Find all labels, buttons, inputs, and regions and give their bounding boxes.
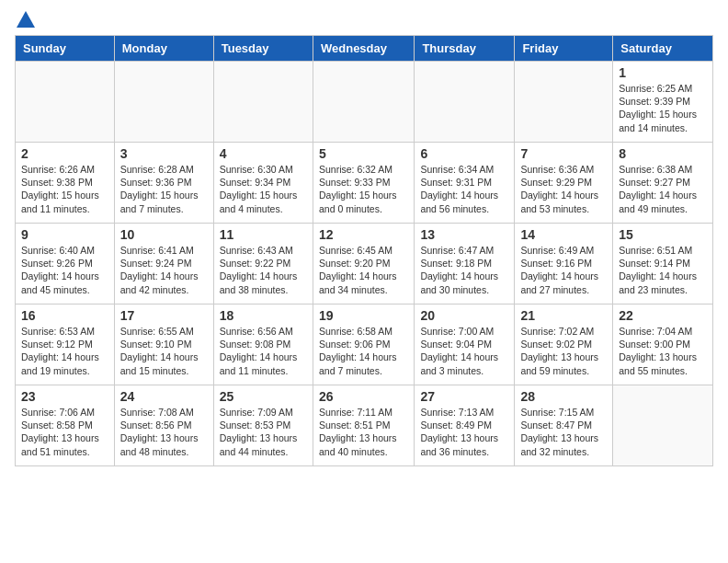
calendar-cell: 20Sunrise: 7:00 AM Sunset: 9:04 PM Dayli… [415,304,515,385]
calendar-cell: 2Sunrise: 6:26 AM Sunset: 9:38 PM Daylig… [16,143,115,224]
logo [15,15,35,28]
day-number: 23 [21,389,108,404]
day-info: Sunrise: 6:36 AM Sunset: 9:29 PM Dayligh… [520,163,607,215]
day-info: Sunrise: 6:58 AM Sunset: 9:06 PM Dayligh… [319,325,408,377]
day-info: Sunrise: 6:25 AM Sunset: 9:39 PM Dayligh… [619,82,707,134]
day-number: 11 [220,227,307,242]
day-info: Sunrise: 7:11 AM Sunset: 8:51 PM Dayligh… [319,406,408,458]
calendar-cell: 10Sunrise: 6:41 AM Sunset: 9:24 PM Dayli… [114,224,213,304]
calendar-cell: 9Sunrise: 6:40 AM Sunset: 9:26 PM Daylig… [16,224,115,304]
weekday-header-saturday: Saturday [613,36,713,62]
day-info: Sunrise: 6:32 AM Sunset: 9:33 PM Dayligh… [319,163,408,215]
day-number: 18 [220,308,307,323]
calendar-cell: 12Sunrise: 6:45 AM Sunset: 9:20 PM Dayli… [313,224,414,304]
day-number: 27 [420,389,508,404]
calendar-cell: 6Sunrise: 6:34 AM Sunset: 9:31 PM Daylig… [415,143,515,224]
calendar-cell: 23Sunrise: 7:06 AM Sunset: 8:58 PM Dayli… [16,385,115,466]
calendar-cell: 28Sunrise: 7:15 AM Sunset: 8:47 PM Dayli… [515,385,613,466]
calendar-cell: 22Sunrise: 7:04 AM Sunset: 9:00 PM Dayli… [613,304,713,385]
day-info: Sunrise: 7:02 AM Sunset: 9:02 PM Dayligh… [520,325,607,377]
calendar-cell: 11Sunrise: 6:43 AM Sunset: 9:22 PM Dayli… [213,224,313,304]
calendar-week-row: 23Sunrise: 7:06 AM Sunset: 8:58 PM Dayli… [16,385,713,466]
day-number: 16 [21,308,108,323]
day-info: Sunrise: 6:41 AM Sunset: 9:24 PM Dayligh… [120,244,208,296]
day-info: Sunrise: 7:06 AM Sunset: 8:58 PM Dayligh… [21,406,108,458]
day-info: Sunrise: 7:09 AM Sunset: 8:53 PM Dayligh… [220,406,307,458]
weekday-header-sunday: Sunday [16,36,115,62]
day-number: 17 [120,308,208,323]
calendar-cell: 16Sunrise: 6:53 AM Sunset: 9:12 PM Dayli… [16,304,115,385]
day-info: Sunrise: 6:53 AM Sunset: 9:12 PM Dayligh… [21,325,108,377]
day-info: Sunrise: 7:13 AM Sunset: 8:49 PM Dayligh… [420,406,508,458]
calendar-cell: 24Sunrise: 7:08 AM Sunset: 8:56 PM Dayli… [114,385,213,466]
calendar-cell: 27Sunrise: 7:13 AM Sunset: 8:49 PM Dayli… [415,385,515,466]
calendar-week-row: 1Sunrise: 6:25 AM Sunset: 9:39 PM Daylig… [16,62,713,143]
calendar-cell: 18Sunrise: 6:56 AM Sunset: 9:08 PM Dayli… [213,304,313,385]
day-number: 22 [619,308,707,323]
day-info: Sunrise: 6:38 AM Sunset: 9:27 PM Dayligh… [619,163,707,215]
calendar-cell: 21Sunrise: 7:02 AM Sunset: 9:02 PM Dayli… [515,304,613,385]
page-container: SundayMondayTuesdayWednesdayThursdayFrid… [0,0,728,481]
day-number: 4 [220,146,307,161]
calendar-week-row: 9Sunrise: 6:40 AM Sunset: 9:26 PM Daylig… [16,224,713,304]
day-number: 26 [319,389,408,404]
day-info: Sunrise: 6:55 AM Sunset: 9:10 PM Dayligh… [120,325,208,377]
day-info: Sunrise: 7:08 AM Sunset: 8:56 PM Dayligh… [120,406,208,458]
day-number: 7 [520,146,607,161]
day-number: 8 [619,146,707,161]
day-info: Sunrise: 7:04 AM Sunset: 9:00 PM Dayligh… [619,325,707,377]
calendar-cell [16,62,115,143]
day-number: 21 [520,308,607,323]
day-info: Sunrise: 6:26 AM Sunset: 9:38 PM Dayligh… [21,163,108,215]
logo-triangle-icon [17,11,35,28]
day-number: 12 [319,227,408,242]
calendar-cell: 4Sunrise: 6:30 AM Sunset: 9:34 PM Daylig… [213,143,313,224]
day-number: 5 [319,146,408,161]
day-number: 6 [420,146,508,161]
day-number: 15 [619,227,707,242]
day-number: 13 [420,227,508,242]
weekday-header-wednesday: Wednesday [313,36,414,62]
calendar-cell: 26Sunrise: 7:11 AM Sunset: 8:51 PM Dayli… [313,385,414,466]
calendar-cell: 3Sunrise: 6:28 AM Sunset: 9:36 PM Daylig… [114,143,213,224]
calendar-cell [613,385,713,466]
header [15,15,713,28]
weekday-header-friday: Friday [515,36,613,62]
day-info: Sunrise: 6:30 AM Sunset: 9:34 PM Dayligh… [220,163,307,215]
day-number: 1 [619,65,707,80]
day-info: Sunrise: 6:28 AM Sunset: 9:36 PM Dayligh… [120,163,208,215]
calendar-cell [213,62,313,143]
calendar-cell: 15Sunrise: 6:51 AM Sunset: 9:14 PM Dayli… [613,224,713,304]
weekday-header-tuesday: Tuesday [213,36,313,62]
day-info: Sunrise: 6:49 AM Sunset: 9:16 PM Dayligh… [520,244,607,296]
weekday-header-row: SundayMondayTuesdayWednesdayThursdayFrid… [16,36,713,62]
day-info: Sunrise: 6:56 AM Sunset: 9:08 PM Dayligh… [220,325,307,377]
calendar-cell: 17Sunrise: 6:55 AM Sunset: 9:10 PM Dayli… [114,304,213,385]
day-info: Sunrise: 6:40 AM Sunset: 9:26 PM Dayligh… [21,244,108,296]
calendar-cell: 1Sunrise: 6:25 AM Sunset: 9:39 PM Daylig… [613,62,713,143]
day-number: 2 [21,146,108,161]
calendar-cell: 13Sunrise: 6:47 AM Sunset: 9:18 PM Dayli… [415,224,515,304]
day-number: 24 [120,389,208,404]
day-info: Sunrise: 6:45 AM Sunset: 9:20 PM Dayligh… [319,244,408,296]
calendar-cell: 19Sunrise: 6:58 AM Sunset: 9:06 PM Dayli… [313,304,414,385]
weekday-header-monday: Monday [114,36,213,62]
calendar-cell [114,62,213,143]
calendar-cell [313,62,414,143]
calendar-cell [415,62,515,143]
day-info: Sunrise: 6:43 AM Sunset: 9:22 PM Dayligh… [220,244,307,296]
calendar-week-row: 2Sunrise: 6:26 AM Sunset: 9:38 PM Daylig… [16,143,713,224]
day-number: 19 [319,308,408,323]
calendar-week-row: 16Sunrise: 6:53 AM Sunset: 9:12 PM Dayli… [16,304,713,385]
day-number: 20 [420,308,508,323]
day-info: Sunrise: 6:34 AM Sunset: 9:31 PM Dayligh… [420,163,508,215]
calendar-cell [515,62,613,143]
day-info: Sunrise: 7:15 AM Sunset: 8:47 PM Dayligh… [520,406,607,458]
day-number: 28 [520,389,607,404]
calendar-table: SundayMondayTuesdayWednesdayThursdayFrid… [15,35,713,466]
calendar-cell: 25Sunrise: 7:09 AM Sunset: 8:53 PM Dayli… [213,385,313,466]
day-number: 14 [520,227,607,242]
day-info: Sunrise: 6:51 AM Sunset: 9:14 PM Dayligh… [619,244,707,296]
calendar-cell: 5Sunrise: 6:32 AM Sunset: 9:33 PM Daylig… [313,143,414,224]
day-number: 3 [120,146,208,161]
